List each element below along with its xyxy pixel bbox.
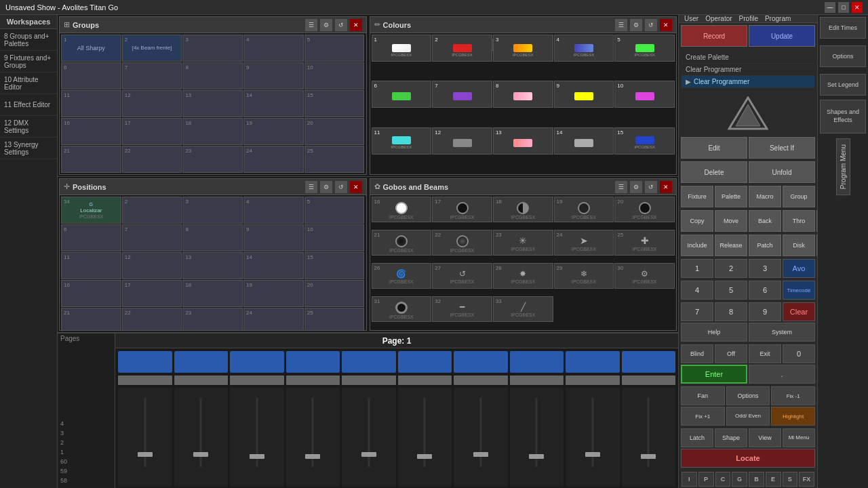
position-cell-9[interactable]: 9 (243, 224, 304, 251)
colour-cell-2[interactable]: 2IPCGBESX (432, 35, 492, 62)
playback-btn-7[interactable] (454, 351, 508, 373)
sidebar-item-attr-editor[interactable]: 10 Attribute Editor (0, 73, 57, 94)
group-cell-1[interactable]: 1All Sharpy (61, 35, 121, 62)
type-e-button[interactable]: E (766, 472, 781, 487)
gobo-cell-21[interactable]: 21IPCGBESX (372, 230, 432, 256)
thro-button[interactable]: Thro (783, 210, 815, 232)
position-cell-19[interactable]: 19 (243, 280, 304, 307)
position-cell-22[interactable]: 22 (122, 308, 182, 330)
fader-8[interactable] (510, 388, 564, 487)
user-tab[interactable]: User (682, 15, 701, 22)
position-cell-18[interactable]: 18 (182, 280, 243, 307)
position-cell-24[interactable]: 24 (243, 308, 304, 330)
highlight-button[interactable]: Highlight (771, 407, 815, 426)
position-cell-25[interactable]: 25 (304, 308, 365, 330)
position-cell-8[interactable]: 8 (182, 224, 243, 251)
positions-refresh-btn[interactable]: ↺ (335, 181, 347, 193)
minimize-button[interactable]: — (825, 2, 835, 13)
fader-6[interactable] (398, 388, 452, 487)
type-g-button[interactable]: G (732, 472, 747, 487)
playback-btn-3[interactable] (230, 351, 284, 373)
group-cell-22[interactable]: 22 (122, 146, 182, 173)
playback-btn-9[interactable] (566, 351, 620, 373)
fader-5[interactable] (342, 388, 396, 487)
program-menu-label[interactable]: Program Menu (836, 138, 850, 195)
back-button[interactable]: Back (749, 210, 781, 232)
colour-cell-1[interactable]: 1IPCGBESX (372, 35, 432, 62)
avo-button[interactable]: Avo (783, 259, 815, 278)
position-cell-7[interactable]: 7 (122, 224, 182, 251)
sub-btn-5[interactable] (342, 375, 396, 385)
fader-3[interactable] (230, 388, 284, 487)
group-cell-11[interactable]: 11 (61, 90, 121, 117)
position-cell-4[interactable]: 4 (243, 197, 304, 224)
colour-cell-13[interactable]: 13 (493, 127, 553, 155)
maximize-button[interactable]: □ (838, 2, 849, 13)
colour-cell-5[interactable]: 5IPCGBESX (614, 35, 675, 62)
sidebar-item-fixtures-groups[interactable]: 9 Fixtures and+ Groups (0, 51, 57, 73)
group-cell-19[interactable]: 19 (243, 118, 304, 145)
group-cell-2[interactable]: 2[4x Beam frente] (122, 35, 182, 62)
blind-button[interactable]: Blind (681, 344, 713, 363)
gobos-refresh-btn[interactable]: ↺ (645, 181, 657, 193)
position-cell-5[interactable]: 5 (304, 197, 365, 224)
positions-settings-btn[interactable]: ⚙ (320, 181, 332, 193)
position-cell-16[interactable]: 16 (61, 280, 121, 307)
fix-plus1-button[interactable]: Fix +1 (681, 407, 725, 426)
position-cell-14[interactable]: 14 (243, 252, 304, 279)
sub-btn-3[interactable] (230, 375, 284, 385)
sidebar-item-effect-editor[interactable]: 11 Effect Editor (0, 94, 57, 116)
sidebar-item-dmx-settings[interactable]: 12 DMX Settings (0, 116, 57, 138)
position-cell-3[interactable]: 3 (182, 197, 243, 224)
sub-btn-6[interactable] (398, 375, 452, 385)
gobos-menu-btn[interactable]: ☰ (615, 181, 627, 193)
group-cell-17[interactable]: 17 (122, 118, 182, 145)
gobo-cell-26[interactable]: 26🌀IPCGBESX (372, 263, 432, 289)
colour-cell-9[interactable]: 9 (554, 81, 614, 108)
playback-btn-10[interactable] (622, 351, 676, 373)
group-cell-5[interactable]: 5 (304, 35, 365, 62)
num-3-button[interactable]: 3 (749, 259, 781, 278)
view-button[interactable]: View (749, 428, 781, 447)
gobo-cell-18[interactable]: 18IPCGBESX (493, 197, 553, 222)
unfold-button[interactable]: Unfold (749, 161, 815, 183)
disk-button[interactable]: Disk (783, 235, 815, 256)
create-palette-menu[interactable]: Create Palette (682, 52, 814, 64)
locate-button[interactable]: Locate (681, 449, 815, 468)
colour-cell-3[interactable]: 3IPCGBESX (493, 35, 553, 62)
group-button[interactable]: Group (783, 186, 815, 207)
sidebar-item-groups-palettes[interactable]: 8 Groups and+ Palettes (0, 29, 57, 51)
gobo-cell-17[interactable]: 17IPCGBESX (432, 197, 492, 222)
positions-menu-btn[interactable]: ☰ (305, 181, 317, 193)
group-cell-3[interactable]: 3 (182, 35, 243, 62)
sub-btn-8[interactable] (510, 375, 564, 385)
gobo-cell-16[interactable]: 16IPCGBESX (372, 197, 432, 222)
gobo-cell-31[interactable]: 31IPCGBESX (372, 296, 432, 322)
exit-button[interactable]: Exit (749, 344, 781, 363)
playback-btn-5[interactable] (342, 351, 396, 373)
group-cell-24[interactable]: 24 (243, 146, 304, 173)
group-cell-4[interactable]: 4 (243, 35, 304, 62)
fan-button[interactable]: Fan (681, 386, 725, 405)
groups-close-btn[interactable]: ✕ (350, 19, 362, 31)
ml-menu-button[interactable]: Ml Menu (783, 428, 815, 447)
sub-btn-7[interactable] (454, 375, 508, 385)
help-button[interactable]: Help (681, 323, 747, 342)
group-cell-20[interactable]: 20 (304, 118, 365, 145)
type-fx-button[interactable]: FX (799, 472, 814, 487)
group-cell-18[interactable]: 18 (182, 118, 243, 145)
groups-menu-btn[interactable]: ☰ (305, 19, 317, 31)
num-9-button[interactable]: 9 (749, 302, 781, 321)
latch-button[interactable]: Latch (681, 428, 713, 447)
colours-settings-btn[interactable]: ⚙ (630, 19, 642, 31)
system-button[interactable]: System (749, 323, 815, 342)
sub-btn-1[interactable] (118, 375, 172, 385)
sub-btn-9[interactable] (566, 375, 620, 385)
position-cell-11[interactable]: 11 (61, 252, 121, 279)
options-button[interactable]: Options (726, 386, 770, 405)
copy-button[interactable]: Copy (681, 210, 713, 232)
dot-button[interactable]: . (749, 365, 815, 384)
num-6-button[interactable]: 6 (749, 281, 781, 300)
update-button[interactable]: Update (749, 25, 815, 47)
include-button[interactable]: Include (681, 235, 713, 256)
